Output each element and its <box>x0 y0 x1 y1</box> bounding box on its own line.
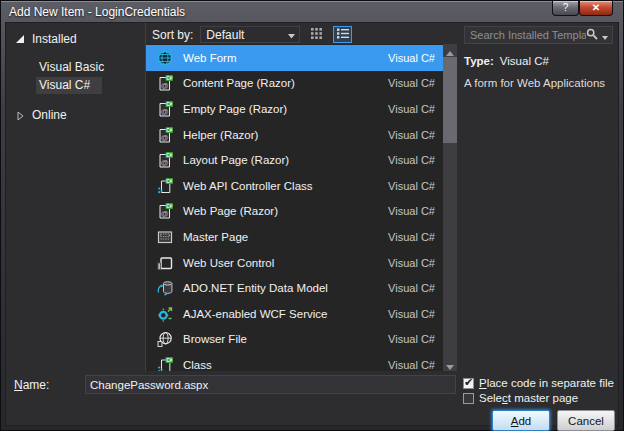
svg-text:C#: C# <box>166 102 172 107</box>
template-list-item[interactable]: @C# Layout Page (Razor) Visual C# <box>146 147 443 173</box>
template-language: Visual C# <box>388 282 443 294</box>
template-language: Visual C# <box>388 231 443 243</box>
template-language: Visual C# <box>388 308 443 320</box>
template-category-tree: Installed Visual Basic Visual C# Online <box>6 23 146 371</box>
place-code-checkbox-row[interactable]: Place code in separate file <box>463 377 614 389</box>
sidebar-item-visual-basic[interactable]: Visual Basic <box>6 58 145 76</box>
template-name: Web Page (Razor) <box>183 205 278 217</box>
svg-text:@: @ <box>161 132 169 141</box>
help-button[interactable]: ? <box>552 1 579 16</box>
sort-by-value: Default <box>206 28 244 42</box>
titlebar[interactable]: Add New Item - LoginCredentials <box>1 1 623 22</box>
csharp-class-icon: C# <box>157 357 173 371</box>
template-list: Web Form Visual C# @C# Content Page (Raz… <box>146 44 443 371</box>
template-name: AJAX-enabled WCF Service <box>183 308 327 320</box>
caption-buttons: ? ✕ <box>552 1 613 16</box>
select-master-checkbox-label: Select master page <box>479 392 578 404</box>
razor-page-icon: @C# <box>157 101 173 117</box>
svg-text:C#: C# <box>166 179 172 184</box>
select-master-checkbox[interactable] <box>463 393 474 404</box>
list-toolbar: Sort by: Default <box>146 23 457 44</box>
template-name: Web User Control <box>183 257 274 269</box>
web-form-icon <box>157 50 173 66</box>
list-view-icon <box>337 28 349 42</box>
sidebar-item-label: Visual C# <box>36 77 102 94</box>
template-name: Web Form <box>183 52 236 64</box>
template-list-item[interactable]: Web User Control Visual C# <box>146 250 443 276</box>
list-view-button[interactable] <box>333 26 352 43</box>
template-list-item[interactable]: AJAX-enabled WCF Service Visual C# <box>146 301 443 327</box>
template-list-item[interactable]: Browser File Visual C# <box>146 327 443 353</box>
type-value: Visual C# <box>500 54 549 68</box>
search-input[interactable]: Search Installed Templates (Ctrl+E) <box>464 26 613 44</box>
place-code-checkbox[interactable] <box>463 378 474 389</box>
template-list-item[interactable]: C# Web API Controller Class Visual C# <box>146 173 443 199</box>
svg-text:@: @ <box>161 209 169 218</box>
tree-expanded-icon <box>15 34 25 45</box>
list-scrollbar[interactable] <box>443 44 457 371</box>
scrollbar-thumb[interactable] <box>443 57 457 143</box>
template-list-item[interactable]: @C# Empty Page (Razor) Visual C# <box>146 96 443 122</box>
place-code-checkbox-label: Place code in separate file <box>479 377 614 389</box>
search-icon <box>586 26 598 44</box>
template-language: Visual C# <box>388 333 443 345</box>
help-icon: ? <box>563 2 569 13</box>
template-name: Helper (Razor) <box>183 129 258 141</box>
details-panel: Search Installed Templates (Ctrl+E) Type… <box>457 23 618 371</box>
close-icon: ✕ <box>592 2 600 13</box>
csharp-class-icon: C# <box>157 178 173 194</box>
template-list-item[interactable]: ADO.NET Entity Data Model Visual C# <box>146 275 443 301</box>
name-label: Name: <box>14 375 85 392</box>
template-list-item[interactable]: Web Form Visual C# <box>146 45 443 71</box>
svg-text:@: @ <box>161 158 169 167</box>
add-new-item-dialog: Add New Item - LoginCredentials ? ✕ Inst… <box>0 0 624 431</box>
template-name: Layout Page (Razor) <box>183 154 289 166</box>
add-button[interactable]: Add <box>492 410 550 431</box>
razor-page-icon: @C# <box>157 75 173 91</box>
template-language: Visual C# <box>388 103 443 115</box>
svg-text:C#: C# <box>166 76 172 81</box>
sidebar-item-label: Installed <box>32 32 77 46</box>
template-list-item[interactable]: @C# Helper (Razor) Visual C# <box>146 122 443 148</box>
template-list-item[interactable]: @C# Content Page (Razor) Visual C# <box>146 71 443 97</box>
svg-text:C#: C# <box>166 204 172 209</box>
template-name: Browser File <box>183 333 247 345</box>
scroll-up-button[interactable] <box>443 44 457 57</box>
template-name: Empty Page (Razor) <box>183 103 287 115</box>
tree-collapsed-icon <box>15 110 25 121</box>
template-list-item[interactable]: Master Page Visual C# <box>146 224 443 250</box>
close-button[interactable]: ✕ <box>579 1 613 16</box>
small-icons-view-button[interactable] <box>307 26 326 43</box>
template-language: Visual C# <box>388 180 443 192</box>
template-list-item[interactable]: C# Class Visual C# <box>146 352 443 371</box>
template-language: Visual C# <box>388 77 443 89</box>
scroll-down-button[interactable] <box>443 358 457 371</box>
select-master-checkbox-row[interactable]: Select master page <box>463 392 614 404</box>
cancel-button[interactable]: Cancel <box>557 410 615 431</box>
template-list-item[interactable]: @C# Web Page (Razor) Visual C# <box>146 199 443 225</box>
svg-text:C#: C# <box>166 153 172 158</box>
template-name: Content Page (Razor) <box>183 77 295 89</box>
template-language: Visual C# <box>388 257 443 269</box>
sort-by-label: Sort by: <box>152 28 193 42</box>
name-input[interactable] <box>85 375 456 394</box>
search-placeholder: Search Installed Templates (Ctrl+E) <box>470 29 586 41</box>
sort-by-dropdown[interactable]: Default <box>200 26 300 43</box>
sidebar-item-label: Visual Basic <box>39 60 104 74</box>
template-language: Visual C# <box>388 154 443 166</box>
template-name: Web API Controller Class <box>183 180 313 192</box>
sidebar-item-online[interactable]: Online <box>6 105 145 125</box>
template-language: Visual C# <box>388 359 443 371</box>
window-title: Add New Item - LoginCredentials <box>9 5 185 19</box>
search-options-chevron-icon[interactable] <box>602 26 608 44</box>
sidebar-item-visual-csharp[interactable]: Visual C# <box>6 76 145 94</box>
svg-text:C#: C# <box>166 358 172 363</box>
template-name: Class <box>183 359 212 371</box>
dialog-footer: Name: Place code in separate file Select… <box>6 371 618 425</box>
razor-page-icon: @C# <box>157 152 173 168</box>
razor-page-icon: @C# <box>157 127 173 143</box>
svg-text:@: @ <box>161 107 169 116</box>
chevron-down-icon <box>288 28 295 42</box>
sidebar-item-installed[interactable]: Installed <box>6 29 145 49</box>
template-language: Visual C# <box>388 52 443 64</box>
